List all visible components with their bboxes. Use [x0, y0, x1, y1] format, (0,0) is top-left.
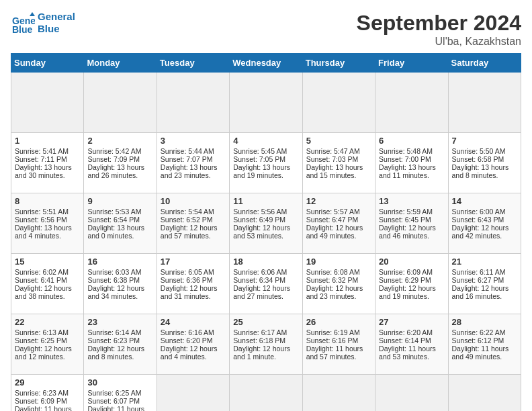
weekday-header-sunday: Sunday — [11, 54, 84, 73]
day-number: 3 — [161, 136, 226, 146]
calendar-cell: 27Sunrise: 6:20 AMSunset: 6:14 PMDayligh… — [375, 314, 448, 375]
day-info: Daylight: 12 hours — [452, 224, 517, 232]
day-number: 10 — [161, 196, 226, 206]
day-info: and 34 minutes. — [87, 292, 152, 300]
calendar-cell — [84, 73, 157, 133]
calendar-cell: 8Sunrise: 5:51 AMSunset: 6:56 PMDaylight… — [11, 193, 84, 254]
day-info: and 26 minutes. — [87, 171, 152, 179]
calendar-cell: 18Sunrise: 6:06 AMSunset: 6:34 PMDayligh… — [230, 254, 302, 314]
calendar-cell: 15Sunrise: 6:02 AMSunset: 6:41 PMDayligh… — [11, 254, 84, 314]
calendar-cell: 12Sunrise: 5:57 AMSunset: 6:47 PMDayligh… — [302, 193, 375, 254]
day-info: Sunset: 6:38 PM — [87, 276, 152, 284]
day-number: 20 — [379, 257, 444, 267]
day-info: Sunset: 6:45 PM — [379, 216, 444, 224]
day-info: Sunset: 6:14 PM — [379, 336, 444, 345]
calendar-cell: 20Sunrise: 6:09 AMSunset: 6:29 PMDayligh… — [375, 254, 448, 314]
day-number: 1 — [15, 136, 80, 146]
day-info: Daylight: 13 hours — [87, 163, 152, 171]
day-number: 28 — [452, 317, 517, 327]
day-info: Sunset: 6:47 PM — [306, 216, 371, 224]
day-info: and 31 minutes. — [161, 292, 226, 300]
location-subtitle: Ul'ba, Kazakhstan — [357, 36, 521, 48]
calendar-cell: 29Sunrise: 6:23 AMSunset: 6:09 PMDayligh… — [11, 375, 84, 412]
day-info: Daylight: 12 hours — [161, 224, 226, 232]
calendar-cell — [230, 73, 302, 133]
day-info: Sunset: 6:29 PM — [379, 276, 444, 284]
day-info: Sunrise: 5:42 AM — [87, 147, 152, 155]
day-info: Daylight: 13 hours — [379, 163, 444, 171]
day-number: 24 — [161, 317, 226, 327]
day-number: 15 — [15, 257, 80, 267]
calendar-cell: 9Sunrise: 5:53 AMSunset: 6:54 PMDaylight… — [84, 193, 157, 254]
day-info: Daylight: 11 hours — [379, 345, 444, 353]
day-info: Daylight: 12 hours — [379, 284, 444, 292]
day-info: Sunrise: 6:16 AM — [161, 328, 226, 336]
day-info: and 42 minutes. — [452, 232, 517, 240]
day-info: Sunset: 6:41 PM — [15, 276, 80, 284]
day-info: Daylight: 13 hours — [233, 163, 298, 171]
day-info: Daylight: 13 hours — [452, 163, 517, 171]
day-info: Sunset: 7:05 PM — [233, 155, 298, 163]
day-info: Sunset: 6:18 PM — [233, 336, 298, 345]
calendar-week-4: 15Sunrise: 6:02 AMSunset: 6:41 PMDayligh… — [11, 254, 521, 314]
calendar-cell: 30Sunrise: 6:25 AMSunset: 6:07 PMDayligh… — [84, 375, 157, 412]
day-info: Sunset: 6:25 PM — [15, 336, 80, 345]
day-number: 8 — [15, 196, 80, 206]
day-info: Sunrise: 6:02 AM — [15, 268, 80, 276]
day-info: Sunset: 6:52 PM — [161, 216, 226, 224]
day-info: and 23 minutes. — [306, 292, 371, 300]
weekday-header-saturday: Saturday — [448, 54, 521, 73]
calendar-cell: 22Sunrise: 6:13 AMSunset: 6:25 PMDayligh… — [11, 314, 84, 375]
calendar-cell: 26Sunrise: 6:19 AMSunset: 6:16 PMDayligh… — [302, 314, 375, 375]
day-info: Sunrise: 6:13 AM — [15, 328, 80, 336]
calendar-cell: 1Sunrise: 5:41 AMSunset: 7:11 PMDaylight… — [11, 133, 84, 193]
day-info: Sunset: 6:43 PM — [452, 216, 517, 224]
calendar-cell: 2Sunrise: 5:42 AMSunset: 7:09 PMDaylight… — [84, 133, 157, 193]
day-info: Sunrise: 6:11 AM — [452, 268, 517, 276]
day-info: Sunrise: 6:06 AM — [233, 268, 298, 276]
day-number: 29 — [15, 377, 80, 387]
day-info: and 23 minutes. — [161, 171, 226, 179]
month-year-title: September 2024 — [357, 11, 521, 36]
day-info: Sunrise: 6:00 AM — [452, 208, 517, 216]
day-info: and 12 minutes. — [15, 353, 80, 361]
weekday-header-tuesday: Tuesday — [157, 54, 229, 73]
calendar-cell: 10Sunrise: 5:54 AMSunset: 6:52 PMDayligh… — [157, 193, 229, 254]
day-info: Sunrise: 6:03 AM — [87, 268, 152, 276]
calendar-cell: 24Sunrise: 6:16 AMSunset: 6:20 PMDayligh… — [157, 314, 229, 375]
day-info: and 53 minutes. — [379, 353, 444, 361]
calendar-week-6: 29Sunrise: 6:23 AMSunset: 6:09 PMDayligh… — [11, 375, 521, 412]
day-info: Daylight: 11 hours — [306, 345, 371, 353]
day-number: 25 — [233, 317, 298, 327]
calendar-cell: 17Sunrise: 6:05 AMSunset: 6:36 PMDayligh… — [157, 254, 229, 314]
day-info: Daylight: 13 hours — [15, 224, 80, 232]
calendar-cell: 28Sunrise: 6:22 AMSunset: 6:12 PMDayligh… — [448, 314, 521, 375]
calendar-cell: 3Sunrise: 5:44 AMSunset: 7:07 PMDaylight… — [157, 133, 229, 193]
day-number: 7 — [452, 136, 517, 146]
calendar-cell: 14Sunrise: 6:00 AMSunset: 6:43 PMDayligh… — [448, 193, 521, 254]
calendar-cell — [375, 375, 448, 412]
weekday-header-wednesday: Wednesday — [230, 54, 302, 73]
day-info: Sunrise: 5:45 AM — [233, 147, 298, 155]
day-info: Daylight: 12 hours — [379, 224, 444, 232]
calendar-table: SundayMondayTuesdayWednesdayThursdayFrid… — [11, 53, 521, 411]
day-info: and 19 minutes. — [379, 292, 444, 300]
day-info: Sunrise: 5:54 AM — [161, 208, 226, 216]
day-number: 12 — [306, 196, 371, 206]
calendar-cell — [448, 375, 521, 412]
day-info: Sunrise: 5:59 AM — [379, 208, 444, 216]
calendar-week-3: 8Sunrise: 5:51 AMSunset: 6:56 PMDaylight… — [11, 193, 521, 254]
calendar-cell: 16Sunrise: 6:03 AMSunset: 6:38 PMDayligh… — [84, 254, 157, 314]
day-info: Daylight: 13 hours — [87, 224, 152, 232]
day-info: Sunset: 6:20 PM — [161, 336, 226, 345]
day-number: 9 — [87, 196, 152, 206]
calendar-cell — [11, 73, 84, 133]
day-info: Daylight: 12 hours — [87, 284, 152, 292]
day-info: Sunset: 6:36 PM — [161, 276, 226, 284]
day-info: and 38 minutes. — [15, 292, 80, 300]
day-info: Daylight: 12 hours — [306, 224, 371, 232]
day-info: Sunrise: 6:17 AM — [233, 328, 298, 336]
day-info: and 8 minutes. — [87, 353, 152, 361]
calendar-cell — [302, 375, 375, 412]
day-info: Sunrise: 5:47 AM — [306, 147, 371, 155]
